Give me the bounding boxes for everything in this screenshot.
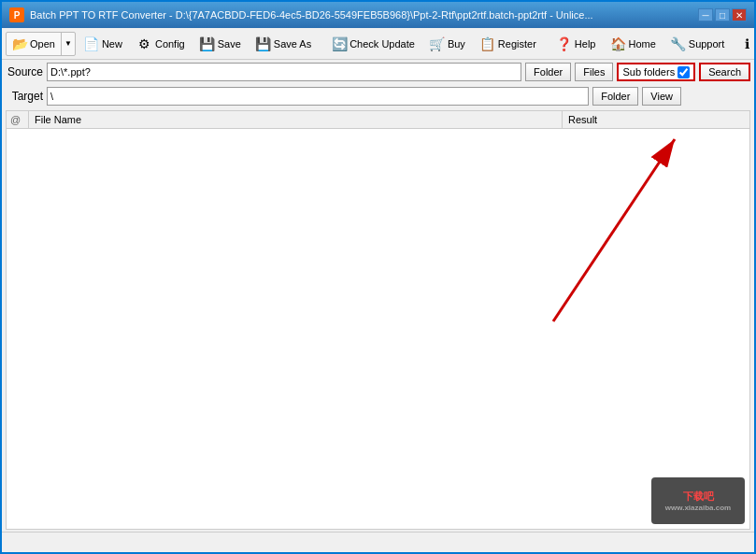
source-files-button[interactable]: Files	[575, 63, 613, 81]
watermark-url: www.xiazaiba.com	[665, 504, 731, 512]
register-label: Register	[498, 38, 536, 50]
source-row: Source Folder Files Sub folders Search	[2, 60, 754, 84]
check-update-button[interactable]: 🔄 Check Update	[325, 32, 421, 56]
config-label: Config	[155, 38, 185, 50]
new-icon: 📄	[84, 36, 99, 51]
help-button[interactable]: ❓ Help	[550, 32, 603, 56]
open-main-button[interactable]: 📂 Open	[7, 33, 62, 55]
open-label: Open	[30, 38, 55, 50]
col-name-header: File Name	[29, 111, 563, 128]
file-table: @ File Name Result	[6, 110, 750, 530]
open-group[interactable]: 📂 Open ▼	[6, 32, 76, 56]
target-row: Target Folder View Convert Convert	[2, 84, 754, 108]
subfolders-group: Sub folders	[617, 63, 695, 81]
col-result-header: Result	[563, 111, 749, 128]
new-button[interactable]: 📄 New	[78, 32, 129, 56]
home-label: Home	[628, 38, 655, 50]
window-title: Batch PPT TO RTF Converter - D:\{7A7ACBD…	[30, 9, 698, 21]
support-label: Support	[689, 38, 725, 50]
config-icon: ⚙	[137, 36, 152, 51]
open-icon: 📂	[12, 36, 27, 51]
toolbar: 📂 Open ▼ 📄 New ⚙ Config 💾 Save 💾 Save As…	[2, 28, 754, 60]
source-folder-button[interactable]: Folder	[525, 63, 571, 81]
about-button[interactable]: ℹ About	[733, 32, 756, 56]
main-window: P Batch PPT TO RTF Converter - D:\{7A7AC…	[0, 0, 756, 554]
main-content: Source Folder Files Sub folders Search T…	[2, 60, 754, 552]
title-bar: P Batch PPT TO RTF Converter - D:\{7A7AC…	[2, 2, 754, 28]
app-icon: P	[9, 7, 24, 22]
target-input[interactable]	[47, 87, 589, 106]
check-update-icon: 🔄	[332, 36, 347, 51]
source-input[interactable]	[47, 63, 521, 81]
help-icon: ❓	[557, 36, 572, 51]
close-button[interactable]: ✕	[732, 8, 747, 21]
help-label: Help	[575, 38, 596, 50]
save-label: Save	[218, 38, 241, 50]
about-icon: ℹ	[739, 36, 754, 51]
new-label: New	[102, 38, 122, 50]
register-button[interactable]: 📋 Register	[474, 32, 543, 56]
save-as-button[interactable]: 💾 Save As	[250, 32, 318, 56]
maximize-button[interactable]: □	[715, 8, 730, 21]
target-view-button[interactable]: View	[642, 87, 681, 106]
open-dropdown-arrow[interactable]: ▼	[62, 33, 75, 55]
table-header: @ File Name Result	[7, 111, 749, 129]
minimize-button[interactable]: ─	[698, 8, 713, 21]
save-button[interactable]: 💾 Save	[193, 32, 248, 56]
home-button[interactable]: 🏠 Home	[604, 32, 662, 56]
register-icon: 📋	[480, 36, 495, 51]
buy-label: Buy	[448, 38, 465, 50]
watermark: 下载吧 www.xiazaiba.com	[651, 477, 745, 524]
buy-button[interactable]: 🛒 Buy	[423, 32, 472, 56]
save-as-label: Save As	[274, 38, 311, 50]
support-button[interactable]: 🔧 Support	[664, 32, 732, 56]
save-icon: 💾	[200, 36, 215, 51]
support-icon: 🔧	[671, 36, 686, 51]
home-icon: 🏠	[610, 36, 625, 51]
search-button[interactable]: Search	[699, 63, 750, 81]
config-button[interactable]: ⚙ Config	[131, 32, 192, 56]
source-label: Source	[6, 65, 43, 78]
save-as-icon: 💾	[256, 36, 271, 51]
target-label: Target	[6, 90, 43, 103]
window-controls: ─ □ ✕	[698, 8, 747, 21]
subfolders-checkbox[interactable]	[678, 66, 690, 78]
col-icon-header: @	[7, 111, 29, 128]
buy-icon: 🛒	[430, 36, 445, 51]
check-update-label: Check Update	[349, 38, 415, 50]
watermark-site: 下载吧	[683, 490, 714, 504]
target-folder-button[interactable]: Folder	[592, 87, 638, 106]
status-bar	[2, 532, 754, 552]
subfolders-label: Sub folders	[622, 66, 675, 78]
